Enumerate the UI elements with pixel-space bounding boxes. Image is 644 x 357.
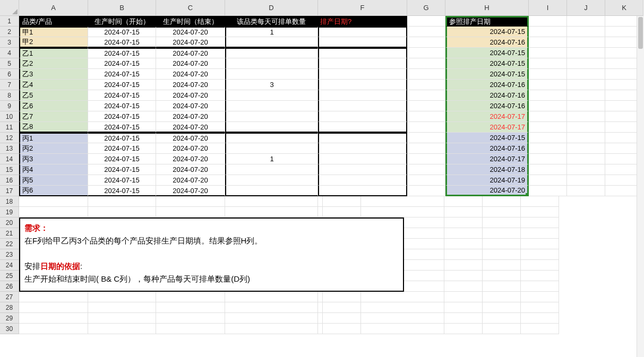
cell-D28[interactable]: [225, 302, 318, 313]
cell-H16[interactable]: 2024-07-19: [445, 175, 529, 186]
cell-I3[interactable]: [529, 37, 567, 48]
cell-K27[interactable]: [521, 292, 559, 302]
row-header-1[interactable]: 1: [0, 16, 19, 27]
cell-B4[interactable]: 2024-07-15: [88, 48, 156, 58]
cell-A29[interactable]: [19, 313, 88, 324]
cell-J22[interactable]: [483, 239, 521, 249]
header-F[interactable]: 排产日期?: [318, 16, 407, 27]
header-D[interactable]: 该品类每天可排单数量: [225, 16, 318, 27]
cell-C3[interactable]: 2024-07-20: [156, 37, 225, 48]
cell-H8[interactable]: 2024-07-16: [445, 90, 529, 101]
cell-J25[interactable]: [483, 271, 521, 281]
cell-J1[interactable]: [567, 16, 605, 27]
cell-J9[interactable]: [567, 101, 605, 111]
cell-D27[interactable]: [225, 292, 318, 302]
cell-C2[interactable]: 2024-07-20: [156, 27, 225, 37]
row-header-24[interactable]: 24: [0, 260, 19, 271]
header-B[interactable]: 生产时间（开始）: [88, 16, 156, 27]
row-header-5[interactable]: 5: [0, 58, 19, 69]
cell-I24[interactable]: [444, 260, 483, 271]
cell-G18[interactable]: [323, 196, 361, 207]
cell-A28[interactable]: [19, 302, 88, 313]
cell-J14[interactable]: [567, 154, 605, 164]
cell-C30[interactable]: [156, 324, 225, 334]
fill-handle[interactable]: [526, 193, 529, 196]
cell-D8[interactable]: [225, 90, 318, 101]
cell-I18[interactable]: [444, 196, 483, 207]
cell-F12[interactable]: [318, 133, 407, 143]
cell-C5[interactable]: 2024-07-20: [156, 58, 225, 69]
cell-B29[interactable]: [88, 313, 156, 324]
cell-B30[interactable]: [88, 324, 156, 334]
row-header-19[interactable]: 19: [0, 207, 19, 217]
cell-D9[interactable]: [225, 101, 318, 111]
cell-H13[interactable]: 2024-07-16: [445, 143, 529, 154]
cell-J5[interactable]: [567, 58, 605, 69]
cell-F7[interactable]: [318, 80, 407, 90]
cell-C19[interactable]: [156, 207, 225, 217]
cell-C16[interactable]: 2024-07-20: [156, 175, 225, 186]
cell-J20[interactable]: [483, 217, 521, 228]
cell-C8[interactable]: 2024-07-20: [156, 90, 225, 101]
cell-F14[interactable]: [318, 154, 407, 164]
cell-F27[interactable]: [318, 292, 323, 302]
cell-D5[interactable]: [225, 58, 318, 69]
cell-A19[interactable]: [19, 207, 88, 217]
col-header-I[interactable]: I: [529, 0, 567, 15]
cell-J17[interactable]: [567, 186, 605, 196]
cell-I23[interactable]: [444, 249, 483, 260]
cell-C28[interactable]: [156, 302, 225, 313]
cell-G1[interactable]: [407, 16, 445, 27]
row-header-11[interactable]: 11: [0, 122, 19, 133]
cell-A30[interactable]: [19, 324, 88, 334]
scrollbar-thumb[interactable]: [638, 17, 643, 49]
row-header-3[interactable]: 3: [0, 37, 19, 48]
cell-I1[interactable]: [529, 16, 567, 27]
cell-D11[interactable]: [225, 122, 318, 133]
cell-G2[interactable]: [407, 27, 445, 37]
cell-B5[interactable]: 2024-07-15: [88, 58, 156, 69]
cell-A12[interactable]: 丙1: [19, 133, 88, 143]
row-header-30[interactable]: 30: [0, 324, 19, 334]
cell-J23[interactable]: [483, 249, 521, 260]
cell-K26[interactable]: [521, 281, 559, 292]
cell-C27[interactable]: [156, 292, 225, 302]
cell-H10[interactable]: 2024-07-17: [445, 111, 529, 122]
cell-B12[interactable]: 2024-07-15: [88, 133, 156, 143]
cell-H2[interactable]: 2024-07-15: [445, 27, 529, 37]
select-all-corner[interactable]: [0, 0, 19, 16]
cell-H6[interactable]: 2024-07-15: [445, 69, 529, 80]
row-header-2[interactable]: 2: [0, 27, 19, 37]
cell-C17[interactable]: 2024-07-20: [156, 186, 225, 196]
cell-I14[interactable]: [529, 154, 567, 164]
col-header-J[interactable]: J: [567, 0, 605, 15]
col-header-B[interactable]: B: [88, 0, 156, 15]
cell-J24[interactable]: [483, 260, 521, 271]
header-C[interactable]: 生产时间（结束）: [156, 16, 225, 27]
cell-D4[interactable]: [225, 48, 318, 58]
cell-G29[interactable]: [323, 313, 361, 324]
row-header-20[interactable]: 20: [0, 217, 19, 228]
cell-C9[interactable]: 2024-07-20: [156, 101, 225, 111]
cell-C29[interactable]: [156, 313, 225, 324]
cell-I10[interactable]: [529, 111, 567, 122]
cell-I8[interactable]: [529, 90, 567, 101]
cell-H27[interactable]: [361, 292, 444, 302]
cell-B8[interactable]: 2024-07-15: [88, 90, 156, 101]
cell-B13[interactable]: 2024-07-15: [88, 143, 156, 154]
cell-D6[interactable]: [225, 69, 318, 80]
cell-F17[interactable]: [318, 186, 407, 196]
cell-I9[interactable]: [529, 101, 567, 111]
row-header-17[interactable]: 17: [0, 186, 19, 196]
cell-C13[interactable]: 2024-07-20: [156, 143, 225, 154]
row-header-22[interactable]: 22: [0, 239, 19, 249]
cell-F19[interactable]: [318, 207, 323, 217]
cell-F28[interactable]: [318, 302, 323, 313]
cell-J8[interactable]: [567, 90, 605, 101]
cell-B2[interactable]: 2024-07-15: [88, 27, 156, 37]
cell-K20[interactable]: [521, 217, 559, 228]
cell-I28[interactable]: [444, 302, 483, 313]
cell-D7[interactable]: 3: [225, 80, 318, 90]
cell-G19[interactable]: [323, 207, 361, 217]
cell-C15[interactable]: 2024-07-20: [156, 164, 225, 175]
